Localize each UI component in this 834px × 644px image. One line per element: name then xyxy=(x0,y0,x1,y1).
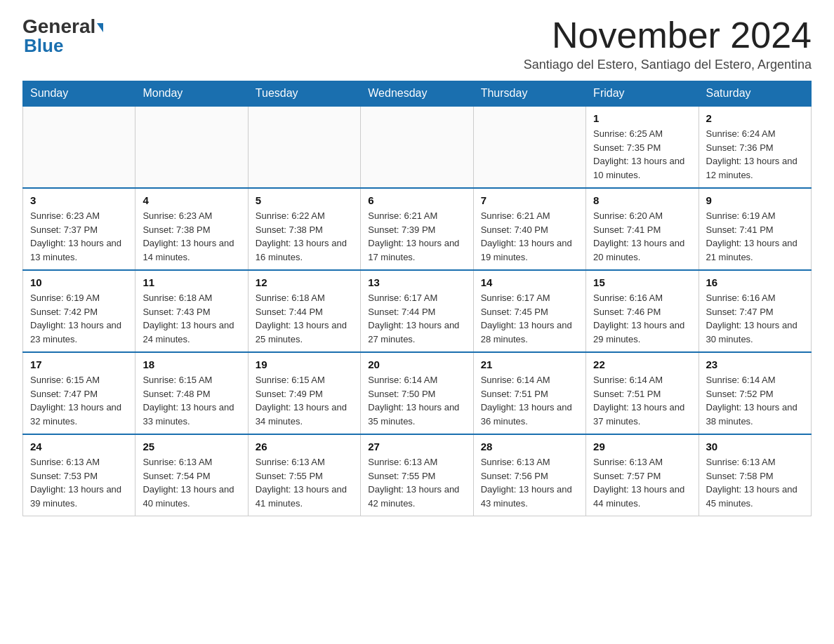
week-row-4: 17Sunrise: 6:15 AMSunset: 7:47 PMDayligh… xyxy=(23,352,812,434)
week-row-2: 3Sunrise: 6:23 AMSunset: 7:37 PMDaylight… xyxy=(23,188,812,270)
day-info: Sunrise: 6:25 AMSunset: 7:35 PMDaylight:… xyxy=(593,127,691,182)
calendar-cell: 14Sunrise: 6:17 AMSunset: 7:45 PMDayligh… xyxy=(473,270,585,352)
day-number: 10 xyxy=(30,276,128,288)
day-info: Sunrise: 6:23 AMSunset: 7:37 PMDaylight:… xyxy=(30,209,128,264)
calendar-cell: 16Sunrise: 6:16 AMSunset: 7:47 PMDayligh… xyxy=(699,270,811,352)
calendar-cell xyxy=(361,106,473,188)
calendar-cell xyxy=(135,106,248,188)
day-number: 27 xyxy=(368,441,465,452)
calendar-cell: 8Sunrise: 6:20 AMSunset: 7:41 PMDaylight… xyxy=(586,188,699,270)
logo-text-blue: Blue xyxy=(22,35,63,57)
day-info: Sunrise: 6:14 AMSunset: 7:51 PMDaylight:… xyxy=(481,373,578,428)
day-number: 8 xyxy=(593,194,691,206)
day-number: 25 xyxy=(143,441,240,452)
day-info: Sunrise: 6:13 AMSunset: 7:56 PMDaylight:… xyxy=(481,455,578,510)
day-info: Sunrise: 6:13 AMSunset: 7:55 PMDaylight:… xyxy=(368,455,465,510)
month-title: November 2024 xyxy=(524,17,812,53)
day-number: 5 xyxy=(256,194,353,206)
weekday-header-tuesday: Tuesday xyxy=(248,81,360,107)
location-subtitle: Santiago del Estero, Santiago del Estero… xyxy=(524,58,812,72)
calendar-cell: 2Sunrise: 6:24 AMSunset: 7:36 PMDaylight… xyxy=(699,106,811,188)
day-info: Sunrise: 6:18 AMSunset: 7:43 PMDaylight:… xyxy=(143,291,240,346)
calendar-cell: 15Sunrise: 6:16 AMSunset: 7:46 PMDayligh… xyxy=(586,270,699,352)
calendar-cell: 22Sunrise: 6:14 AMSunset: 7:51 PMDayligh… xyxy=(586,352,699,434)
day-number: 28 xyxy=(481,441,578,452)
day-info: Sunrise: 6:17 AMSunset: 7:44 PMDaylight:… xyxy=(368,291,465,346)
day-number: 15 xyxy=(593,276,691,288)
day-info: Sunrise: 6:19 AMSunset: 7:42 PMDaylight:… xyxy=(30,291,128,346)
weekday-header-wednesday: Wednesday xyxy=(361,81,473,107)
day-number: 9 xyxy=(706,194,804,206)
calendar-cell xyxy=(473,106,585,188)
day-info: Sunrise: 6:16 AMSunset: 7:46 PMDaylight:… xyxy=(593,291,691,346)
day-number: 11 xyxy=(143,276,240,288)
day-number: 3 xyxy=(30,194,128,206)
day-info: Sunrise: 6:21 AMSunset: 7:39 PMDaylight:… xyxy=(368,209,465,264)
day-number: 22 xyxy=(593,358,691,370)
calendar-cell: 30Sunrise: 6:13 AMSunset: 7:58 PMDayligh… xyxy=(699,434,811,516)
day-info: Sunrise: 6:18 AMSunset: 7:44 PMDaylight:… xyxy=(256,291,353,346)
week-row-1: 1Sunrise: 6:25 AMSunset: 7:35 PMDaylight… xyxy=(23,106,812,188)
day-number: 26 xyxy=(256,441,353,452)
calendar-cell: 13Sunrise: 6:17 AMSunset: 7:44 PMDayligh… xyxy=(361,270,473,352)
day-info: Sunrise: 6:17 AMSunset: 7:45 PMDaylight:… xyxy=(481,291,578,346)
calendar-cell: 4Sunrise: 6:23 AMSunset: 7:38 PMDaylight… xyxy=(135,188,248,270)
day-info: Sunrise: 6:14 AMSunset: 7:51 PMDaylight:… xyxy=(593,373,691,428)
day-info: Sunrise: 6:23 AMSunset: 7:38 PMDaylight:… xyxy=(143,209,240,264)
calendar-cell: 24Sunrise: 6:13 AMSunset: 7:53 PMDayligh… xyxy=(23,434,135,516)
calendar-cell: 27Sunrise: 6:13 AMSunset: 7:55 PMDayligh… xyxy=(361,434,473,516)
weekday-header-row: SundayMondayTuesdayWednesdayThursdayFrid… xyxy=(23,81,812,107)
day-number: 12 xyxy=(256,276,353,288)
calendar-cell xyxy=(23,106,135,188)
day-info: Sunrise: 6:16 AMSunset: 7:47 PMDaylight:… xyxy=(706,291,804,346)
day-info: Sunrise: 6:15 AMSunset: 7:47 PMDaylight:… xyxy=(30,373,128,428)
weekday-header-friday: Friday xyxy=(586,81,699,107)
weekday-header-monday: Monday xyxy=(135,81,248,107)
day-number: 1 xyxy=(593,112,691,124)
logo-text-main: General xyxy=(22,17,103,36)
weekday-header-sunday: Sunday xyxy=(23,81,135,107)
calendar-cell: 5Sunrise: 6:22 AMSunset: 7:38 PMDaylight… xyxy=(248,188,360,270)
day-number: 6 xyxy=(368,194,465,206)
day-info: Sunrise: 6:14 AMSunset: 7:52 PMDaylight:… xyxy=(706,373,804,428)
logo: General Blue xyxy=(22,17,103,57)
calendar-cell: 3Sunrise: 6:23 AMSunset: 7:37 PMDaylight… xyxy=(23,188,135,270)
day-number: 21 xyxy=(481,358,578,370)
day-info: Sunrise: 6:19 AMSunset: 7:41 PMDaylight:… xyxy=(706,209,804,264)
day-number: 23 xyxy=(706,358,804,370)
calendar-cell: 21Sunrise: 6:14 AMSunset: 7:51 PMDayligh… xyxy=(473,352,585,434)
day-info: Sunrise: 6:14 AMSunset: 7:50 PMDaylight:… xyxy=(368,373,465,428)
day-number: 18 xyxy=(143,358,240,370)
day-info: Sunrise: 6:20 AMSunset: 7:41 PMDaylight:… xyxy=(593,209,691,264)
day-number: 16 xyxy=(706,276,804,288)
day-info: Sunrise: 6:21 AMSunset: 7:40 PMDaylight:… xyxy=(481,209,578,264)
week-row-3: 10Sunrise: 6:19 AMSunset: 7:42 PMDayligh… xyxy=(23,270,812,352)
calendar-cell: 17Sunrise: 6:15 AMSunset: 7:47 PMDayligh… xyxy=(23,352,135,434)
calendar-cell: 11Sunrise: 6:18 AMSunset: 7:43 PMDayligh… xyxy=(135,270,248,352)
calendar-cell: 7Sunrise: 6:21 AMSunset: 7:40 PMDaylight… xyxy=(473,188,585,270)
weekday-header-saturday: Saturday xyxy=(699,81,811,107)
weekday-header-thursday: Thursday xyxy=(473,81,585,107)
calendar-cell: 26Sunrise: 6:13 AMSunset: 7:55 PMDayligh… xyxy=(248,434,360,516)
calendar-cell: 12Sunrise: 6:18 AMSunset: 7:44 PMDayligh… xyxy=(248,270,360,352)
calendar-cell xyxy=(248,106,360,188)
day-number: 2 xyxy=(706,112,804,124)
calendar-cell: 10Sunrise: 6:19 AMSunset: 7:42 PMDayligh… xyxy=(23,270,135,352)
week-row-5: 24Sunrise: 6:13 AMSunset: 7:53 PMDayligh… xyxy=(23,434,812,516)
day-number: 14 xyxy=(481,276,578,288)
title-block: November 2024 Santiago del Estero, Santi… xyxy=(524,17,812,72)
calendar-cell: 19Sunrise: 6:15 AMSunset: 7:49 PMDayligh… xyxy=(248,352,360,434)
calendar-cell: 18Sunrise: 6:15 AMSunset: 7:48 PMDayligh… xyxy=(135,352,248,434)
day-info: Sunrise: 6:15 AMSunset: 7:48 PMDaylight:… xyxy=(143,373,240,428)
calendar-cell: 9Sunrise: 6:19 AMSunset: 7:41 PMDaylight… xyxy=(699,188,811,270)
day-number: 20 xyxy=(368,358,465,370)
day-info: Sunrise: 6:13 AMSunset: 7:57 PMDaylight:… xyxy=(593,455,691,510)
day-number: 24 xyxy=(30,441,128,452)
day-number: 29 xyxy=(593,441,691,452)
calendar-cell: 29Sunrise: 6:13 AMSunset: 7:57 PMDayligh… xyxy=(586,434,699,516)
calendar-table: SundayMondayTuesdayWednesdayThursdayFrid… xyxy=(22,81,812,516)
day-number: 13 xyxy=(368,276,465,288)
calendar-cell: 23Sunrise: 6:14 AMSunset: 7:52 PMDayligh… xyxy=(699,352,811,434)
day-info: Sunrise: 6:22 AMSunset: 7:38 PMDaylight:… xyxy=(256,209,353,264)
day-info: Sunrise: 6:13 AMSunset: 7:55 PMDaylight:… xyxy=(256,455,353,510)
